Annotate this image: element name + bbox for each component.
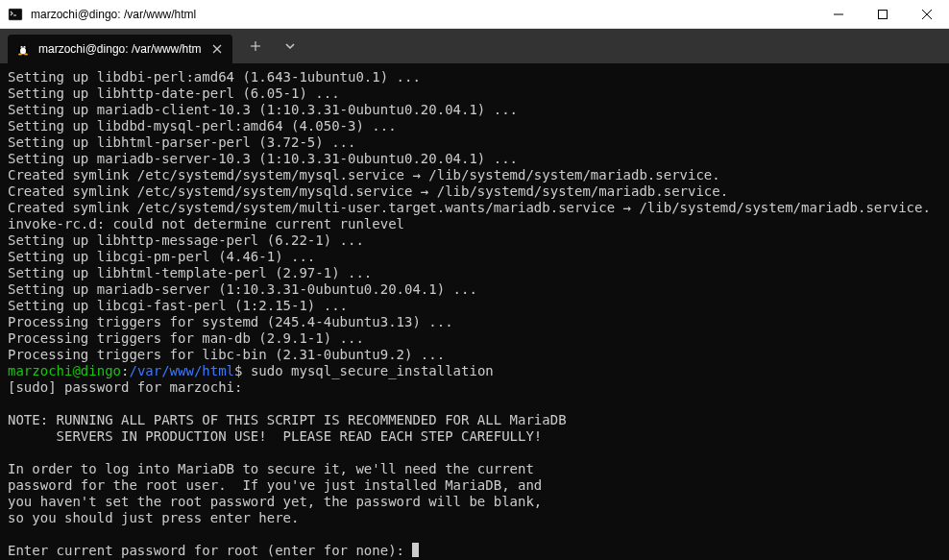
prompt-path: /var/www/html — [129, 363, 234, 378]
tab-close-button[interactable] — [209, 41, 225, 57]
svg-point-10 — [21, 47, 22, 48]
tux-icon — [15, 41, 31, 57]
svg-point-12 — [18, 54, 22, 56]
terminal-line: so you should just press enter here. — [8, 510, 941, 526]
terminal-line: password for the root user. If you've ju… — [8, 477, 941, 494]
terminal-line: SERVERS IN PRODUCTION USE! PLEASE READ E… — [8, 428, 941, 445]
terminal-line: Setting up libhttp-date-perl (6.05-1) ..… — [8, 85, 941, 102]
terminal-line: Setting up mariadb-server (1:10.3.31-0ub… — [8, 281, 941, 298]
prompt-command: sudo mysql_secure_installation — [251, 363, 494, 378]
terminal-line — [8, 396, 941, 412]
terminal-line: Setting up libhttp-message-perl (6.22-1)… — [8, 232, 941, 249]
svg-point-7 — [20, 48, 26, 55]
terminal-line — [8, 445, 941, 461]
svg-rect-0 — [9, 9, 22, 20]
terminal-line: NOTE: RUNNING ALL PARTS OF THIS SCRIPT I… — [8, 412, 941, 428]
terminal-line: Created symlink /etc/systemd/system/mysq… — [8, 183, 941, 200]
svg-point-11 — [24, 47, 25, 48]
terminal-line: Created symlink /etc/systemd/system/mult… — [8, 200, 941, 216]
terminal-line — [8, 526, 941, 543]
terminal-output[interactable]: Setting up libdbi-perl:amd64 (1.643-1ubu… — [0, 63, 949, 560]
terminal-cursor — [412, 543, 419, 557]
window-titlebar: marzochi@dingo: /var/www/html — [0, 0, 949, 29]
prompt-user-host: marzochi@dingo — [8, 363, 121, 378]
terminal-line: Setting up mariadb-client-10.3 (1:10.3.3… — [8, 102, 941, 118]
svg-rect-3 — [879, 10, 888, 18]
maximize-button[interactable] — [861, 0, 905, 28]
terminal-prompt-line: marzochi@dingo:/var/www/html$ sudo mysql… — [8, 363, 941, 379]
close-button[interactable] — [905, 0, 949, 28]
terminal-tab[interactable]: marzochi@dingo: /var/www/htm — [8, 35, 232, 63]
terminal-line: Setting up libdbi-perl:amd64 (1.643-1ubu… — [8, 69, 941, 85]
terminal-line: Processing triggers for systemd (245.4-4… — [8, 314, 941, 330]
terminal-line: Setting up libcgi-pm-perl (4.46-1) ... — [8, 249, 941, 265]
terminal-line: you haven't set the root password yet, t… — [8, 494, 941, 510]
tab-bar: marzochi@dingo: /var/www/htm — [0, 29, 949, 63]
terminal-line: [sudo] password for marzochi: — [8, 379, 941, 396]
tab-dropdown-button[interactable] — [275, 33, 305, 60]
terminal-line: Setting up libdbd-mysql-perl:amd64 (4.05… — [8, 118, 941, 134]
svg-point-13 — [24, 54, 28, 56]
terminal-line: invoke-rc.d: could not determine current… — [8, 216, 941, 232]
terminal-line: Setting up libhtml-parser-perl (3.72-5) … — [8, 134, 941, 151]
terminal-line: Processing triggers for man-db (2.9.1-1)… — [8, 330, 941, 347]
prompt-dollar: $ — [234, 363, 251, 378]
terminal-line: Setting up libhtml-template-perl (2.97-1… — [8, 265, 941, 281]
window-controls — [816, 0, 949, 28]
terminal-line: Setting up mariadb-server-10.3 (1:10.3.3… — [8, 151, 941, 167]
terminal-line: Created symlink /etc/systemd/system/mysq… — [8, 167, 941, 183]
tab-actions — [240, 33, 305, 60]
new-tab-button[interactable] — [240, 33, 271, 60]
tab-title: marzochi@dingo: /var/www/htm — [38, 42, 202, 56]
terminal-line: Setting up libcgi-fast-perl (1:2.15-1) .… — [8, 298, 941, 314]
minimize-button[interactable] — [816, 0, 861, 28]
terminal-input-line: Enter current password for root (enter f… — [8, 543, 941, 559]
window-title: marzochi@dingo: /var/www/html — [31, 8, 816, 21]
terminal-line: Processing triggers for libc-bin (2.31-0… — [8, 347, 941, 363]
terminal-line: In order to log into MariaDB to secure i… — [8, 461, 941, 477]
terminal-app-icon — [8, 7, 23, 22]
